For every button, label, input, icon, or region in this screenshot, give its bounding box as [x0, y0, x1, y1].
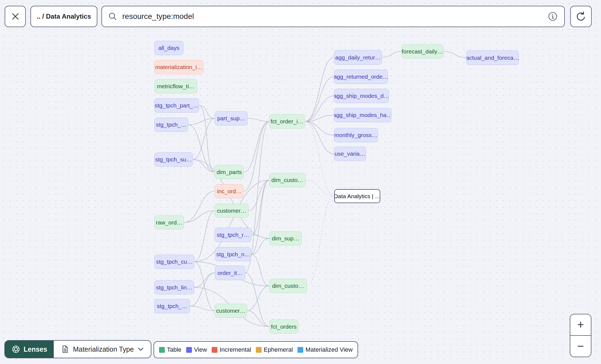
- legend-label: View: [194, 346, 207, 353]
- minus-icon: −: [577, 340, 584, 352]
- graph-node-all_days[interactable]: all_days: [154, 41, 183, 55]
- close-icon: [11, 12, 20, 21]
- graph-node-dim_parts[interactable]: dim_parts: [215, 165, 244, 179]
- lens-selector-label: Materialization Type: [73, 345, 134, 353]
- legend-swatch: [159, 347, 165, 353]
- graph-node-actual_and_forecast[interactable]: actual_and_foreca…: [466, 50, 519, 65]
- lenses-label: Lenses: [24, 345, 47, 353]
- graph-node-monthly_gross[interactable]: monthly_gross…: [334, 128, 378, 142]
- lenses-button[interactable]: Lenses: [5, 341, 54, 358]
- legend-label: Materialized View: [305, 346, 353, 353]
- search-input[interactable]: [122, 12, 543, 21]
- graph-node-stg_tpch_a[interactable]: stg_tpch_…: [154, 118, 188, 132]
- legend-label: Incremental: [220, 346, 251, 353]
- graph-node-stg_tpch_suppliers[interactable]: stg_tpch_su…: [154, 152, 193, 167]
- legend-swatch: [256, 347, 262, 353]
- legend-swatch: [186, 347, 192, 353]
- refresh-button[interactable]: [570, 6, 592, 27]
- refresh-icon: [575, 10, 587, 22]
- info-icon[interactable]: [547, 11, 558, 22]
- graph-node-dim_customers_a[interactable]: dim_custo…: [269, 173, 305, 187]
- zoom-out-button[interactable]: −: [570, 336, 591, 357]
- legend-item-materialized-view: Materialized View: [297, 346, 353, 353]
- plus-icon: +: [577, 319, 584, 331]
- graph-node-stg_tpch_parts[interactable]: stg_tpch_part_…: [154, 98, 199, 113]
- close-button[interactable]: [5, 6, 26, 27]
- legend-swatch: [212, 347, 217, 353]
- nodes-layer: all_daysmaterialization_i…metricflow_ti……: [0, 0, 601, 364]
- graph-node-customers_a[interactable]: customer…: [215, 204, 249, 218]
- legend-item-table: Table: [159, 346, 182, 353]
- graph-node-forecast_daily[interactable]: forecast_daily…: [401, 44, 443, 58]
- graph-node-materialization_incr[interactable]: materialization_i…: [154, 60, 203, 74]
- graph-node-fct_orders[interactable]: fct_orders: [269, 320, 298, 334]
- document-icon: [61, 345, 69, 353]
- materialization-legend: TableViewIncrementalEphemeralMaterialize…: [154, 341, 358, 358]
- graph-node-stg_tpch_customers[interactable]: stg_tpch_cu…: [154, 255, 194, 269]
- graph-node-stg_tpch_nations[interactable]: stg_tpch_n…: [215, 247, 251, 261]
- graph-node-raw_orders[interactable]: raw_ord…: [154, 215, 184, 229]
- graph-node-stg_tpch_line[interactable]: stg_tpch_lin…: [154, 280, 194, 294]
- graph-node-exposure_data_analytics[interactable]: Data Analytics | …: [334, 189, 380, 203]
- graph-node-part_sup[interactable]: part_sup…: [215, 111, 248, 126]
- graph-node-dim_customers_b[interactable]: dim_custo…: [269, 279, 307, 293]
- chevron-down-icon: [138, 347, 144, 351]
- legend-item-incremental: Incremental: [212, 346, 251, 353]
- breadcrumb-button[interactable]: .. / Data Analytics: [30, 6, 97, 27]
- graph-node-agg_ship_modes_ha[interactable]: agg_ship_modes_ha…: [334, 108, 391, 122]
- graph-node-stg_tpch_b[interactable]: stg_tpch_…: [154, 299, 190, 313]
- graph-node-inc_ord[interactable]: inc_ord…: [215, 184, 244, 198]
- zoom-in-button[interactable]: +: [570, 314, 591, 336]
- lens-selector[interactable]: Materialization Type: [54, 341, 151, 358]
- graph-node-agg_daily_returns[interactable]: agg_daily_retur…: [334, 50, 382, 65]
- graph-node-customers_b[interactable]: customer…: [215, 304, 247, 318]
- legend-label: Table: [167, 346, 182, 353]
- graph-node-agg_returned_orders[interactable]: agg_returned_orde…: [334, 70, 388, 84]
- legend-swatch: [297, 347, 303, 353]
- graph-node-order_items[interactable]: order_it…: [215, 266, 245, 280]
- legend-label: Ephemeral: [264, 346, 293, 353]
- graph-node-use_varia[interactable]: use_varia…: [334, 147, 366, 161]
- lens-bar: Lenses Materialization Type: [4, 340, 151, 358]
- graph-node-metricflow_time[interactable]: metricflow_ti…: [154, 79, 197, 93]
- graph-node-agg_ship_modes_d[interactable]: agg_ship_modes_d…: [334, 89, 389, 103]
- graph-node-fct_order_items[interactable]: fct_order_i…: [269, 114, 305, 129]
- legend-items: TableViewIncrementalEphemeralMaterialize…: [159, 346, 353, 353]
- graph-node-stg_tpch_regions[interactable]: stg_tpch_r…: [215, 228, 251, 242]
- aperture-icon: [12, 345, 20, 354]
- search-icon: [108, 12, 117, 21]
- legend-item-view: View: [186, 346, 207, 353]
- search-bar: [101, 6, 565, 27]
- zoom-controls: + −: [570, 314, 591, 357]
- breadcrumb-label: .. / Data Analytics: [37, 13, 91, 20]
- legend-item-ephemeral: Ephemeral: [256, 346, 293, 353]
- graph-node-dim_suppliers[interactable]: dim_sup…: [269, 231, 302, 245]
